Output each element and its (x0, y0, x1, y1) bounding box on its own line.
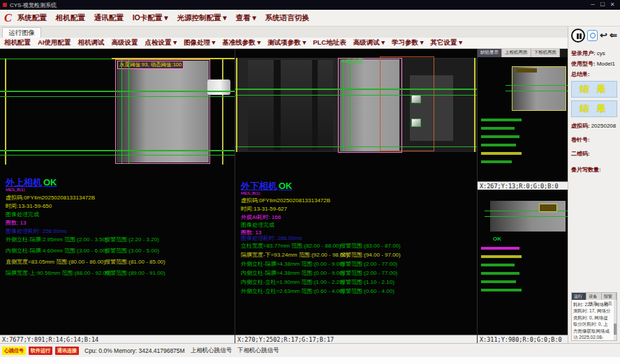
preview-scene-1[interactable] (478, 57, 568, 181)
glint-detect-box (411, 95, 421, 103)
menu-io-config[interactable]: IO卡配置 ▾ (133, 13, 168, 23)
cpu-memory-status: Cpu: 0.0% Memory: 3424.41796875M (84, 347, 185, 354)
ai-cost-line: 外观AI耗时: 166 (241, 213, 281, 221)
virtual-code-value: 20250208 (591, 123, 617, 129)
guide-vline-yellow (474, 58, 475, 152)
time-line: 时间:13-31-59-650 (6, 202, 52, 210)
tab-strip: 运行图像 (0, 26, 568, 38)
title-bar: CYS-视觉检测系统 ─ ☐ ✕ (0, 0, 620, 10)
pixel-coords-preview1: X:267;Y:13;R:0;G:0;B:0 (478, 181, 568, 190)
software-run-badge: 软件运行 (29, 347, 52, 355)
tool-camera-config[interactable]: 相机配置 (4, 38, 31, 47)
roi-rect-orange (380, 56, 434, 151)
threshold-overlay-label: 灰度阈值:93, 动态阈值:100 (117, 61, 184, 69)
comm-link-badge: 通讯连接 (55, 347, 79, 355)
tool-other-settings[interactable]: 其它设置 ▾ (431, 38, 462, 47)
snapshot-button[interactable] (587, 30, 598, 41)
app-window: CYS-视觉检测系统 ─ ☐ ✕ C 系统配置 相机配置 通讯配置 IO卡配置 … (0, 0, 620, 364)
process-cost-line: 图像处理耗时: 258.00ms (6, 227, 67, 235)
tab-lower-camera[interactable]: 下相机画面 (531, 49, 561, 57)
minimize-button[interactable]: ─ (588, 0, 598, 10)
measure-vline (350, 59, 350, 151)
virtual-code-line: 虚拟码:0FYIim2025020813313472B (6, 194, 95, 202)
menu-view[interactable]: 查看 ▾ (236, 13, 256, 23)
tab-upper-camera[interactable]: 上相机画面 (502, 49, 531, 57)
menu-light-config[interactable]: 光源控制配置 ▾ (177, 13, 226, 23)
ai-zone-label: AI检测区 (341, 57, 364, 65)
guide-vline-yellow (222, 59, 223, 165)
tool-camera-debug[interactable]: 相机调试 (78, 38, 105, 47)
tool-image-processing[interactable]: 图像处理 ▾ (184, 38, 215, 47)
tool-ai-use-config[interactable]: AI使用配置 (38, 38, 71, 47)
tool-learning-params[interactable]: 学习参数 ▾ (392, 38, 423, 47)
measurement-value: 隔膜宽度-上:90.56mm 范围:(88.00 - 92.00) (6, 269, 111, 277)
measurement-row: 内侧立柱-隔膜=4.38mm 范围:(0.00 - 9.00) 报警范围:(2.… (235, 269, 477, 278)
tool-test-params[interactable]: 测试项参数 ▾ (267, 38, 306, 47)
tab-run-image[interactable]: 运行图像 (2, 27, 41, 38)
camera-name: 外上相机 (6, 177, 42, 188)
micro-text-line (481, 272, 519, 275)
login-user-value: cys (597, 50, 605, 56)
measure-vline (121, 60, 122, 163)
model-field: 使用型号:Model1 (571, 60, 617, 68)
tab-run-info[interactable]: 运行信息 (572, 293, 586, 300)
camera-views: 灰度阈值:93, 动态阈值:100 外上相机OK MES_B(1) 虚拟码:0F… (0, 49, 568, 343)
mid-camera-scene[interactable]: AI检测区 外下相机OK MES_B(1) 虚拟码:0FYIim20250208… (235, 49, 477, 335)
micro-text-line (481, 160, 512, 163)
tab-alarm-info[interactable]: 报警信息 (602, 293, 617, 300)
right-info-panel: ↩ ⇐ 登录用户:cys 使用型号:Model1 总结果: 结 果 结 果 虚拟… (568, 26, 620, 343)
menu-comm-config[interactable]: 通讯配置 (94, 13, 124, 23)
micro-text-line (481, 255, 522, 258)
action-icons: ↩ ⇐ (571, 29, 617, 43)
log-scroll-thumb[interactable] (614, 324, 617, 335)
measurement-value: 隔膜宽度-下=93.24mm 范围:(92.00 - 98.00) (241, 251, 348, 259)
overlay-text-strip (539, 204, 557, 212)
measure-hline (0, 150, 235, 151)
preview-column: 缺陷显示 上相机画面 下相机画面 X:267;Y:13;R:0;G:0;B:0 (477, 49, 568, 343)
alarm-range: 报警范围:(81.00 - 85.00) (105, 258, 165, 266)
menu-system-config[interactable]: 系统配置 (17, 13, 47, 23)
micro-text-line (481, 144, 516, 146)
preview-tabs: 缺陷显示 上相机画面 下相机画面 (478, 49, 568, 57)
measurement-value: 内侧立柱-立柱=1.90mm 范围:(1.00 - 2.20) (241, 278, 344, 286)
preview-scene-2[interactable]: OK (478, 190, 568, 335)
measurement-value: 立柱宽度=83.77mm 范围:(82.00 - 88.00) (241, 242, 341, 250)
login-user-label: 登录用户: (571, 50, 596, 56)
machinery-stripe (312, 60, 318, 151)
left-camera-scene[interactable]: 灰度阈值:93, 动态阈值:100 外上相机OK MES_B(1) 虚拟码:0F… (0, 49, 235, 335)
machinery-stripe (274, 60, 281, 151)
result-ok-badge: OK (43, 177, 57, 188)
return-arrow-button[interactable]: ⇐ (610, 30, 617, 41)
toolbar: 相机配置 AI使用配置 相机调试 高级设置 点检设置 ▾ 图像处理 ▾ 基准线参… (0, 38, 568, 49)
log-scrollbar[interactable] (614, 300, 617, 340)
left-camera-view: 灰度阈值:93, 动态阈值:100 外上相机OK MES_B(1) 虚拟码:0F… (0, 49, 235, 343)
virtual-code-line: 虚拟码:0FYIim2025020813313472B (241, 197, 330, 204)
connector-part (207, 79, 230, 95)
window-title: CYS-视觉检测系统 (10, 1, 57, 9)
tool-advanced-debug[interactable]: 高级调试 ▾ (353, 38, 385, 47)
tool-baseline-params[interactable]: 基准线参数 ▾ (222, 38, 260, 47)
tool-advanced-settings[interactable]: 高级设置 (112, 38, 138, 47)
tool-plc-address[interactable]: PLC地址表 (313, 38, 346, 47)
result-ok-badge: OK (279, 181, 293, 191)
measurement-row: 内侧立柱-隔膜:4.60mm 范围:(3.00 - 6.00) 报警范围:(3.… (0, 247, 235, 255)
pause-button[interactable] (571, 29, 585, 43)
tool-spot-check[interactable]: 点检设置 ▾ (145, 38, 177, 47)
measure-vline (343, 59, 344, 151)
menu-camera-config[interactable]: 相机配置 (56, 13, 85, 23)
alarm-range: 报警范围:(89.00 - 91.00) (105, 269, 165, 277)
virtual-code-field: 虚拟码:20250208 (571, 122, 617, 130)
close-button[interactable]: ✕ (607, 0, 617, 10)
bottom-gap (0, 357, 620, 364)
menu-language-switch[interactable]: 系统语言切换 (265, 13, 309, 23)
overlay-text-strip (516, 68, 537, 73)
guide-vline-yellow (236, 58, 237, 152)
tab-device-info[interactable]: 设备信息 (586, 293, 601, 300)
camera-name: 外下相机 (241, 181, 277, 191)
tab-defect-display[interactable]: 缺陷显示 (478, 49, 502, 57)
model-value[interactable]: Model1 (597, 61, 615, 67)
undo-arrow-button[interactable]: ↩ (600, 30, 607, 41)
maximize-button[interactable]: ☐ (598, 0, 607, 10)
mid-camera-view: AI检测区 外下相机OK MES_B(1) 虚拟码:0FYIim20250208… (235, 49, 477, 343)
measurement-value: 直侧宽度=83.05mm 范围:(80.00 - 86.00) (6, 258, 105, 266)
